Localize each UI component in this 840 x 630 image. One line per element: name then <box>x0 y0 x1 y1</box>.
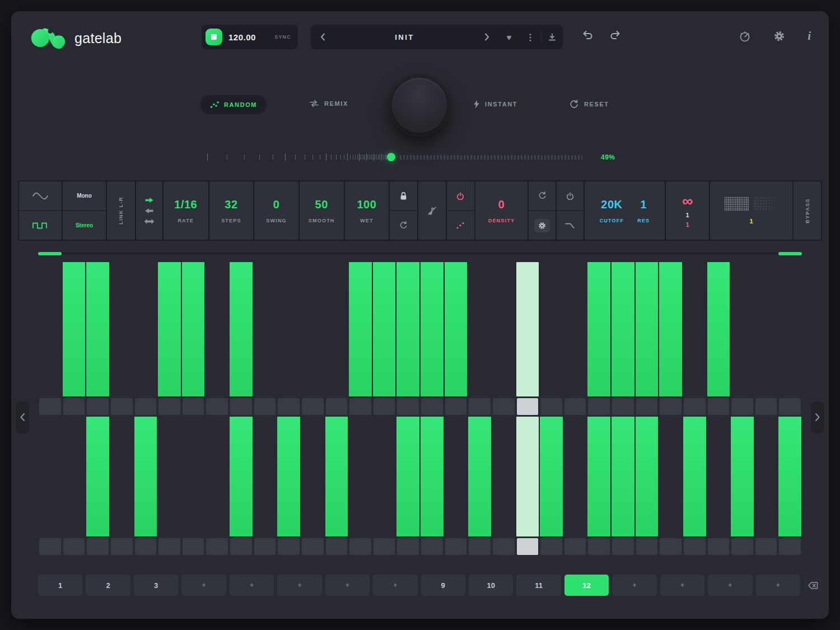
gate-step-24[interactable] <box>587 262 611 396</box>
arrow-right-icon[interactable] <box>144 197 154 203</box>
gate-step-11[interactable] <box>277 262 301 396</box>
pattern-slot-7[interactable]: + <box>325 575 370 596</box>
gate-step-6[interactable] <box>157 262 181 396</box>
step-cell-9[interactable] <box>230 398 252 415</box>
gate-step-8[interactable] <box>205 262 229 396</box>
gate-bar[interactable] <box>540 417 563 536</box>
instant-button[interactable]: INSTANT <box>473 100 517 109</box>
gate-step-25[interactable] <box>611 262 635 396</box>
step-cell-20[interactable] <box>493 538 515 555</box>
gate-step-1[interactable] <box>38 262 62 396</box>
favorite-button[interactable]: ♥ <box>498 25 520 49</box>
gate-step-28[interactable] <box>683 262 707 396</box>
link-lr-toggle[interactable]: LINK L-R <box>107 181 135 240</box>
pattern-slot-1[interactable]: 1 <box>38 575 82 596</box>
controller-knob-button[interactable] <box>739 30 751 43</box>
res-value[interactable]: 1 <box>640 198 647 211</box>
gate-step-9[interactable] <box>229 417 253 536</box>
stereo-button[interactable]: Stereo <box>63 210 106 240</box>
noise-sparse-icon[interactable] <box>754 197 778 211</box>
loop-refresh-button[interactable] <box>390 210 417 240</box>
gate-step-4[interactable] <box>110 417 134 536</box>
pattern-slot-15[interactable]: + <box>708 575 752 596</box>
step-cell-24[interactable] <box>588 398 610 415</box>
filter-refresh-button[interactable] <box>529 181 556 210</box>
step-cell-14[interactable] <box>349 538 371 555</box>
texture-cell[interactable]: 1 <box>710 181 792 240</box>
gate-step-22[interactable] <box>539 417 563 536</box>
gate-step-13[interactable] <box>325 262 349 396</box>
step-cell-24[interactable] <box>588 538 610 555</box>
gate-step-25[interactable] <box>611 417 635 536</box>
gate-step-4[interactable] <box>110 262 134 396</box>
gate-step-29[interactable] <box>707 262 731 396</box>
gate-step-28[interactable] <box>683 417 707 536</box>
preset-prev-button[interactable] <box>311 25 334 49</box>
lock-button[interactable] <box>390 181 417 210</box>
remix-button[interactable]: REMIX <box>309 100 348 108</box>
step-cell-4[interactable] <box>111 538 133 555</box>
step-cell-16[interactable] <box>397 398 419 415</box>
gate-step-6[interactable] <box>157 417 181 536</box>
gate-bar[interactable] <box>636 262 659 396</box>
step-cell-6[interactable] <box>158 538 180 555</box>
step-cell-23[interactable] <box>564 538 586 555</box>
loop-start-marker[interactable] <box>38 252 62 255</box>
gate-step-32[interactable] <box>778 262 802 396</box>
gate-bar[interactable] <box>445 262 468 396</box>
step-cell-3[interactable] <box>87 398 109 415</box>
step-cell-19[interactable] <box>469 538 491 555</box>
smooth-cell[interactable]: 50SMOOTH <box>300 181 344 240</box>
step-cell-4[interactable] <box>111 398 133 415</box>
step-cell-10[interactable] <box>254 538 276 555</box>
gate-step-32[interactable] <box>778 417 802 536</box>
step-cell-26[interactable] <box>636 538 658 555</box>
step-cell-13[interactable] <box>326 398 348 415</box>
gate-step-16[interactable] <box>396 417 420 536</box>
pattern-slot-11[interactable]: 11 <box>516 575 561 596</box>
step-cell-25[interactable] <box>612 398 634 415</box>
gate-bar[interactable] <box>612 417 634 536</box>
gate-bar[interactable] <box>182 262 205 396</box>
loop-count-bottom[interactable]: 1 <box>685 221 689 228</box>
sync-label[interactable]: SYNC <box>274 34 291 40</box>
step-cell-10[interactable] <box>254 398 276 415</box>
loop-count-cell[interactable]: ∞ 1 1 <box>666 181 709 240</box>
steps-value[interactable]: 32 <box>225 198 237 211</box>
gate-bar[interactable] <box>230 417 253 536</box>
step-cell-21[interactable] <box>517 398 539 415</box>
step-cell-17[interactable] <box>421 538 443 555</box>
step-cell-5[interactable] <box>135 538 157 555</box>
gate-step-9[interactable] <box>229 262 253 396</box>
gate-step-31[interactable] <box>754 417 778 536</box>
slider-handle[interactable] <box>387 153 395 161</box>
gate-step-19[interactable] <box>468 417 492 536</box>
texture-value[interactable]: 1 <box>749 218 753 225</box>
step-cell-14[interactable] <box>349 398 371 415</box>
delete-pattern-button[interactable] <box>805 575 822 596</box>
step-cell-7[interactable] <box>183 538 204 555</box>
random-button[interactable]: RANDOM <box>200 95 267 114</box>
step-cell-8[interactable] <box>206 538 228 555</box>
pattern-slot-10[interactable]: 10 <box>469 575 513 596</box>
step-cell-29[interactable] <box>708 398 730 415</box>
gate-bar[interactable] <box>63 262 86 396</box>
gate-step-18[interactable] <box>444 417 468 536</box>
pattern-slot-3[interactable]: 3 <box>134 575 178 596</box>
gate-step-13[interactable] <box>325 417 349 536</box>
step-cell-25[interactable] <box>612 538 634 555</box>
filter-settings-button[interactable] <box>529 210 556 240</box>
gate-bar-playhead[interactable] <box>516 262 539 396</box>
sequencer-lane-top[interactable] <box>38 262 802 396</box>
gate-step-10[interactable] <box>253 262 277 396</box>
step-cell-18[interactable] <box>445 538 467 555</box>
step-cell-12[interactable] <box>302 398 324 415</box>
loop-count-top[interactable]: 1 <box>685 212 689 218</box>
step-cell-2[interactable] <box>63 398 85 415</box>
gate-bar[interactable] <box>396 262 419 396</box>
step-cell-26[interactable] <box>636 398 658 415</box>
gate-bar[interactable] <box>468 417 491 536</box>
gate-step-21[interactable] <box>516 417 540 536</box>
cutoff-group[interactable]: 20KCUTOFF <box>600 198 624 223</box>
step-cell-30[interactable] <box>731 398 753 415</box>
